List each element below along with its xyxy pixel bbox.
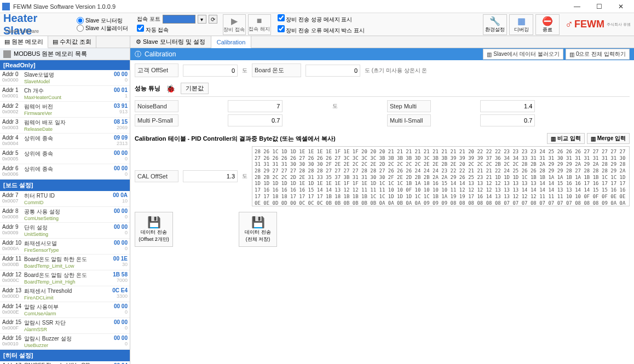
tuning-label: 성능 튜닝 xyxy=(135,84,160,93)
connect-button[interactable]: ▶장비 접속 xyxy=(223,14,246,35)
copy-icon: ▥ xyxy=(591,136,596,142)
radio-monitoring[interactable]: Slave 모니터링 xyxy=(77,17,128,25)
memory-row[interactable]: Addr 30x0003 펌웨어 배포 일자ReleaseDate 08 152… xyxy=(0,118,130,134)
memory-row[interactable]: Addr 60x0006 상위에 종속 00 000 xyxy=(0,164,130,180)
multip-input[interactable]: 0.7 xyxy=(228,114,283,126)
memory-row[interactable]: Addr 170x0011 ON/OFF Threshold(Up-Off)H_… xyxy=(0,361,130,364)
logo-subtitle: 주식회사 퓨엠 xyxy=(607,22,631,27)
calibration-header: ⓘ Calibration ▥Slave에서 데이터 불러오기 ▥0으로 전체 … xyxy=(130,48,634,60)
port-dropdown-button[interactable]: ▾ xyxy=(198,15,206,24)
memory-row[interactable]: Addr 100x000A 화재센서모델FireSensorType 00 00… xyxy=(0,239,130,255)
load-from-slave-button[interactable]: ▥Slave에서 데이터 불러오기 xyxy=(483,49,563,60)
client-software-label: Client Software xyxy=(5,28,39,34)
disk-icon: 💾 xyxy=(147,216,161,229)
cust-offset-label: 고객 OffSet xyxy=(135,63,178,77)
memory-row[interactable]: Addr 70x0007 히터 RTU IDCommID 00 0A10 xyxy=(0,191,130,207)
memory-row[interactable]: Addr 00x0000 Slave모델명SlaveModel 00 000 xyxy=(0,70,130,86)
bug-icon[interactable]: 🐞 xyxy=(166,84,175,93)
header-toolbar: Heater Slave Client Software Slave 모니터링 … xyxy=(0,13,634,36)
save-all-button[interactable]: 💾 데이터 전송 (전체 저장) xyxy=(239,212,277,247)
memory-row[interactable]: Addr 140x000E 알람 사용여부ComUseAlarm 00 000 xyxy=(0,302,130,318)
memory-row[interactable]: Addr 90x0009 단위 설정UnitSetting 00 000 xyxy=(0,223,130,239)
tab-value-view[interactable]: ▤수치값 조회 xyxy=(48,36,96,48)
basic-button[interactable]: 기본값 xyxy=(181,83,209,94)
memory-row[interactable]: Addr 10x0001 Ch 개수MaxHeaterCount 00 011 xyxy=(0,86,130,102)
stepmulti-input[interactable]: 1.4 xyxy=(480,100,535,112)
stepmulti-label: Step Multi xyxy=(387,100,431,112)
close-button[interactable]: ✕ xyxy=(610,1,632,13)
multii-input[interactable]: 0.7 xyxy=(480,114,535,126)
cal-offset-label: CAL OffSet xyxy=(135,170,178,182)
left-pane: ▤원본 메모리 ▤수치값 조회 MODBUS 원본 메모리 목록 [ReadOn… xyxy=(0,36,130,364)
memory-row[interactable]: Addr 130x000D 화재센서 ThresholdFireADCLimit… xyxy=(0,286,130,302)
memory-row[interactable]: Addr 110x000B Board온도 알림 하한 온도BoardTemp_… xyxy=(0,255,130,270)
tab-calibration[interactable]: Calibration xyxy=(211,36,252,48)
cal-offset-input[interactable]: 1.3 xyxy=(183,170,238,182)
memory-row[interactable]: Addr 20x0002 펌웨어 버전FirmwareVer 03 91913 xyxy=(0,102,130,118)
debug-button[interactable]: ▦디버깅 xyxy=(509,14,533,35)
right-pane: ⚙Slave 모니터링 및 설정 Calibration ⓘ Calibrati… xyxy=(130,36,634,364)
disk-icon: 💾 xyxy=(251,216,265,229)
multii-label: Multi I-Small xyxy=(387,114,431,126)
settings-button[interactable]: 🔧환경설정 xyxy=(483,14,507,35)
board-temp-note: 도 (초기 미사용 상온시 온 xyxy=(365,67,427,74)
window-title: FEWM Slave Software Version 1.0.0.9 xyxy=(13,3,566,10)
copy-icon: ▥ xyxy=(551,136,556,142)
memory-row[interactable]: Addr 160x0010 알람시 Buzzer 설정UseBuzzer 00 … xyxy=(0,334,130,350)
cal-table-header: Calibration 테이블 - PID Controller의 결과중 By… xyxy=(135,135,336,143)
noiseband-input[interactable]: 7 xyxy=(228,100,283,112)
modbus-icon xyxy=(3,50,11,58)
logo: ♂FEWM xyxy=(565,18,604,31)
minimize-button[interactable]: — xyxy=(566,1,588,13)
tab-slave-monitoring[interactable]: ⚙Slave 모니터링 및 설정 xyxy=(130,36,211,48)
stop-icon: ■ xyxy=(257,16,262,26)
memory-row[interactable]: Addr 80x0008 공통 사용 설정ComUseSetting 00 00… xyxy=(0,207,130,223)
memory-row[interactable]: Addr 120x000C Board온도 알림 상한 온도BoardTemp_… xyxy=(0,270,130,286)
phi-icon: ♂ xyxy=(565,18,573,31)
list-icon: ▤ xyxy=(53,38,58,45)
section-heater: [히터 설정] xyxy=(0,350,130,361)
port-select[interactable] xyxy=(163,15,195,24)
show-error-check[interactable]: 장비 전송 오류 메세지 박스 표시 xyxy=(278,25,365,34)
app-icon xyxy=(2,3,10,10)
memory-list[interactable]: [ReadOnly] Addr 00x0000 Slave모델명SlaveMod… xyxy=(0,60,130,364)
radio-simulator[interactable]: Slave 시뮬레이터 xyxy=(77,25,128,32)
cust-offset-input[interactable]: 0 xyxy=(183,65,238,77)
exit-button[interactable]: ⛔종료 xyxy=(535,14,560,35)
calendar-icon: ▦ xyxy=(517,16,526,26)
memory-row[interactable]: Addr 50x0005 상위에 종속 00 000 xyxy=(0,149,130,164)
stop-sign-icon: ⛔ xyxy=(542,16,553,26)
titlebar: FEWM Slave Software Version 1.0.0.9 — ☐ … xyxy=(0,0,634,13)
save-offset-button[interactable]: 💾 데이터 전송 (Offset 2개만) xyxy=(135,212,173,247)
disconnect-button[interactable]: ■접속 해지 xyxy=(248,14,271,35)
memory-row[interactable]: Addr 40x0004 상위에 종속 09 092313 xyxy=(0,134,130,149)
wrench-icon: 🔧 xyxy=(489,16,500,26)
board-temp-label: Board 온도 xyxy=(252,63,301,77)
info-icon: ⓘ xyxy=(135,50,141,59)
gear-icon: ⚙ xyxy=(136,38,141,45)
section-readonly: [ReadOnly] xyxy=(0,60,130,70)
memory-icon: ▤ xyxy=(4,38,10,45)
merge-input-button[interactable]: ▥Merge 입력 xyxy=(587,133,630,144)
port-refresh-button[interactable]: ⟳ xyxy=(209,15,217,24)
download-icon: ▥ xyxy=(487,51,492,57)
board-temp-input[interactable]: 0 xyxy=(306,65,360,77)
memory-row[interactable]: Addr 150x000F 알람시 SSR 차단AlarmSSR 00 000 xyxy=(0,318,130,334)
modbus-header: MODBUS 원본 메모리 목록 xyxy=(0,48,130,60)
maximize-button[interactable]: ☐ xyxy=(588,1,610,13)
port-label: 접속 포트 xyxy=(137,15,160,23)
multip-label: Multi P-Small xyxy=(135,114,178,126)
compare-input-button[interactable]: ▥비교 입력 xyxy=(547,133,585,144)
zero-icon: ▥ xyxy=(569,51,574,57)
play-icon: ▶ xyxy=(231,16,238,26)
hex-textarea[interactable]: 28 26 1C 1D 1D 1E 1E 1E 1E 1F 1E 1F 20 2… xyxy=(252,146,630,206)
fill-zero-button[interactable]: ▥0으로 전체 입력하기 xyxy=(566,49,630,60)
section-board: [보드 설정] xyxy=(0,180,130,191)
show-success-check[interactable]: 장비 전송 성공 메세지 표시 xyxy=(278,14,365,24)
auto-connect-check[interactable]: 자동 접속 xyxy=(137,25,217,34)
tab-original-memory[interactable]: ▤원본 메모리 xyxy=(0,36,48,48)
noiseband-label: NoiseBand xyxy=(135,100,178,112)
